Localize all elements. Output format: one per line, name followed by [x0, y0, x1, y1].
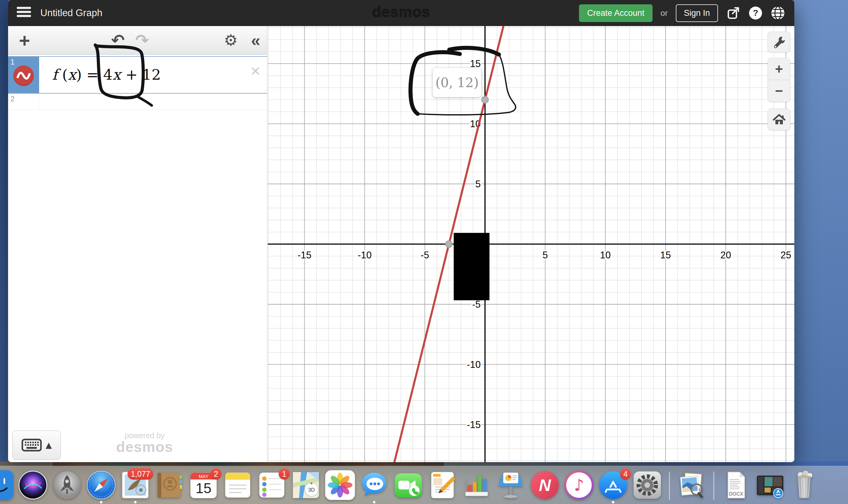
desktop-wallpaper-right	[794, 0, 848, 504]
dock-icon-news[interactable]: N	[530, 470, 560, 500]
svg-text:15: 15	[470, 58, 481, 69]
undo-icon[interactable]: ↶	[107, 26, 129, 55]
svg-text:-10: -10	[358, 250, 372, 260]
svg-text:-15: -15	[298, 250, 312, 260]
svg-text:-15: -15	[467, 419, 481, 430]
expression-style-icon[interactable]	[13, 66, 34, 86]
dock-icon-finder[interactable]	[0, 470, 14, 500]
wrench-icon	[772, 35, 786, 49]
zoom-controls: + −	[767, 58, 790, 102]
dock-icon-calendar[interactable]: MAY152	[189, 470, 218, 500]
svg-text:-5: -5	[472, 299, 481, 310]
globe-icon[interactable]	[771, 6, 785, 20]
zoom-in-button[interactable]: +	[768, 58, 790, 80]
svg-text:15: 15	[195, 480, 211, 496]
dock-icon-keynote[interactable]	[496, 470, 526, 500]
zoom-out-button[interactable]: −	[768, 80, 790, 102]
svg-text:20: 20	[721, 250, 731, 260]
svg-text:N: N	[539, 476, 551, 494]
dock-icon-mail[interactable]: 1,077	[120, 470, 150, 500]
dock-icon-safari[interactable]	[86, 470, 116, 500]
redaction-box	[454, 233, 489, 300]
notification-badge: 1	[279, 468, 290, 480]
dock-icon-siri[interactable]	[18, 470, 48, 500]
help-icon[interactable]: ?	[748, 6, 763, 20]
desmos-watermark: powered by desmos	[104, 431, 185, 454]
running-indicator-dot	[100, 501, 102, 503]
dock-icon-pages[interactable]	[428, 470, 457, 500]
share-icon[interactable]	[726, 6, 740, 20]
home-icon	[772, 112, 786, 127]
create-account-button[interactable]: Create Account	[579, 4, 653, 22]
notification-badge: 4	[620, 468, 631, 480]
collapse-panel-icon[interactable]: «	[245, 26, 267, 55]
graph-title[interactable]: Untitled Graph	[40, 7, 102, 19]
desktop-wallpaper-left	[0, 0, 8, 504]
sign-in-button[interactable]: Sign In	[676, 4, 718, 22]
expression-row-2[interactable]: 2	[8, 94, 267, 110]
dock-icon-maps[interactable]: 3D	[291, 470, 321, 500]
expression-gutter-2: 2	[8, 94, 39, 109]
dock-icon-messages[interactable]	[359, 470, 389, 500]
menu-icon[interactable]	[17, 7, 31, 19]
running-indicator-dot	[134, 501, 137, 503]
svg-text:-10: -10	[467, 359, 481, 370]
dock-icon-trash[interactable]	[789, 470, 819, 500]
expression-index: 2	[11, 95, 15, 103]
svg-text:10: 10	[600, 250, 611, 260]
expression-toolbar: + ↶ ↷ ⚙ «	[8, 26, 267, 55]
svg-text:MAY: MAY	[199, 474, 208, 479]
delete-expression-icon[interactable]: ×	[250, 62, 260, 79]
svg-text:5: 5	[475, 179, 481, 190]
graph-settings-button[interactable]	[767, 32, 790, 52]
expression-row-1[interactable]: 1 f (x) = 4x + 12 ×	[8, 56, 267, 94]
dock-icon-system-preferences[interactable]	[632, 470, 662, 500]
keyboard-icon	[21, 438, 42, 452]
expression-panel: + ↶ ↷ ⚙ « 1 f (x) = 4x + 12 × 2	[8, 26, 267, 462]
svg-text:25: 25	[781, 250, 791, 260]
expression-latex[interactable]: f (x) = 4x + 12	[52, 66, 161, 83]
svg-text:15: 15	[660, 250, 671, 260]
dock-icon-docx-document[interactable]: DOCX	[721, 470, 751, 500]
svg-text:5: 5	[542, 250, 548, 260]
dock-icon-notes[interactable]	[223, 470, 252, 500]
graph-paper[interactable]: -15-10-551015202515105-5-10-15 (0, 12) +…	[268, 26, 794, 462]
or-label: or	[660, 8, 668, 18]
dock-icon-minimized-app-store-window[interactable]	[755, 470, 785, 500]
notification-badge: 2	[210, 468, 222, 480]
show-keyboard-button[interactable]: ▲	[13, 431, 61, 460]
point-label: (0, 12)	[433, 68, 481, 97]
running-indicator-dot	[373, 501, 375, 503]
svg-text:3D: 3D	[308, 487, 315, 493]
desmos-logo: desmos	[372, 4, 430, 21]
svg-text:?: ?	[753, 8, 758, 18]
svg-text:♪: ♪	[574, 476, 584, 494]
dock-icon-itunes[interactable]: ♪	[564, 470, 594, 500]
dock-icon-facetime[interactable]	[393, 470, 423, 500]
browser-window: Untitled Graph desmos Create Account or …	[8, 0, 794, 462]
desmos-header: Untitled Graph desmos Create Account or …	[8, 0, 794, 26]
graph-plot: -15-10-551015202515105-5-10-15	[268, 26, 794, 462]
svg-text:DOCX: DOCX	[729, 491, 743, 497]
default-viewport-button[interactable]	[767, 109, 790, 130]
macos-dock: 1,077MAY15213DN♪4DOCX	[0, 466, 848, 504]
dock-icon-app-store[interactable]: 4	[598, 470, 628, 500]
redo-icon[interactable]: ↷	[131, 26, 153, 55]
dock-icon-preview[interactable]	[677, 470, 707, 500]
dock-icon-numbers[interactable]	[462, 470, 492, 500]
dock-separator	[713, 471, 714, 500]
keyboard-open-caret: ▲	[46, 440, 52, 450]
dock-separator	[669, 471, 670, 500]
dock-icon-contacts[interactable]	[155, 470, 184, 500]
expression-gutter-1[interactable]: 1	[8, 57, 39, 93]
expression-index: 1	[11, 58, 15, 66]
notification-badge: 1,077	[127, 468, 153, 480]
dock-icon-photos[interactable]	[325, 470, 355, 500]
svg-text:-5: -5	[420, 250, 429, 260]
running-indicator-dot	[612, 501, 614, 503]
dock-icon-reminders[interactable]: 1	[257, 470, 287, 500]
add-expression-button[interactable]: +	[14, 26, 35, 55]
dock-icon-launchpad[interactable]	[52, 470, 82, 500]
edit-list-gear-icon[interactable]: ⚙	[220, 26, 242, 55]
